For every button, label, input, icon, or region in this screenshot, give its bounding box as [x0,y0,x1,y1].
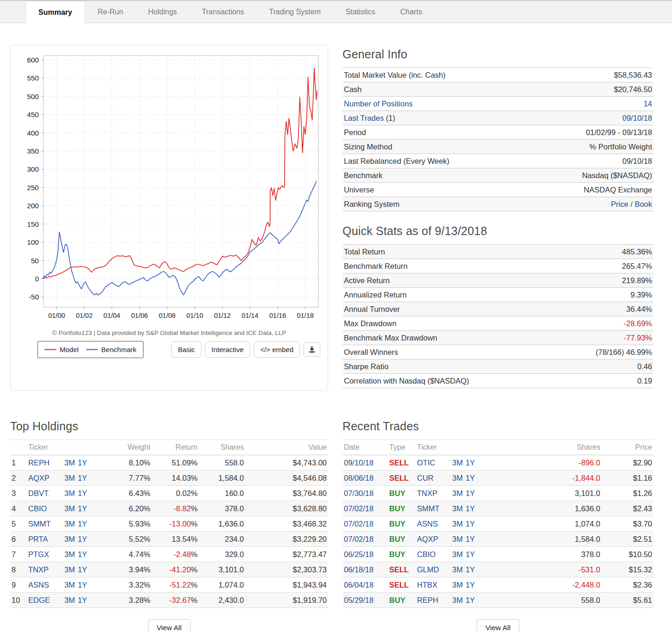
range-3m-link[interactable]: 3M [64,520,75,528]
general-info-value[interactable]: Price / Book [611,199,652,209]
ticker-link[interactable]: PTGX [28,550,49,558]
trade-date-link[interactable]: 07/30/18 [344,489,373,497]
range-3m-link[interactable]: 3M [64,459,75,467]
range-1y-link[interactable]: 1Y [466,504,475,513]
ticker-link[interactable]: REPH [417,596,438,604]
ticker-link[interactable]: PRTA [28,535,48,543]
trade-date-link[interactable]: 09/10/18 [344,459,373,467]
ticker-link[interactable]: HTBX [417,581,437,589]
range-3m-link[interactable]: 3M [452,489,463,497]
range-1y-link[interactable]: 1Y [466,459,475,467]
range-3m-link[interactable]: 3M [64,489,75,497]
table-row: 08/06/18SELLCUR3M1Y-1,844.0$1.16 [342,471,653,486]
tab-transactions[interactable]: Transactions [189,1,256,23]
range-3m-link[interactable]: 3M [452,596,463,604]
range-1y-link[interactable]: 1Y [78,489,87,497]
range-1y-link[interactable]: 1Y [466,565,475,574]
ticker-link[interactable]: OTIC [417,459,435,467]
range-3m-link[interactable]: 3M [64,504,75,513]
holding-shares: 1,584.0 [199,471,245,486]
range-1y-link[interactable]: 1Y [78,581,87,589]
tab-statistics[interactable]: Statistics [333,1,388,23]
range-1y-link[interactable]: 1Y [78,565,87,574]
range-1y-link[interactable]: 1Y [78,520,87,528]
general-info-value[interactable]: 09/10/18 [622,113,652,123]
trade-date-link[interactable]: 06/18/18 [344,565,373,574]
range-1y-link[interactable]: 1Y [78,474,87,482]
general-info-value[interactable]: 14 [644,99,652,108]
ticker-link[interactable]: DBVT [28,489,49,497]
range-3m-link[interactable]: 3M [452,565,463,574]
range-3m-link[interactable]: 3M [64,565,75,574]
tab-re-run[interactable]: Re-Run [85,1,136,23]
trade-shares: -531.0 [497,562,602,577]
range-3m-link[interactable]: 3M [452,474,463,482]
ticker-link[interactable]: ASNS [417,520,438,528]
trade-shares: 378.0 [497,547,602,562]
range-1y-link[interactable]: 1Y [466,581,475,589]
ticker-link[interactable]: CBIO [28,504,47,513]
range-1y-link[interactable]: 1Y [78,459,87,467]
ticker-link[interactable]: SMMT [417,504,440,513]
ticker-link[interactable]: ASNS [28,581,49,589]
range-3m-link[interactable]: 3M [64,550,75,558]
trade-date-link[interactable]: 07/02/18 [344,504,373,513]
ticker-link[interactable]: REPH [28,459,50,467]
ticker-link[interactable]: CUR [417,474,434,482]
range-3m-link[interactable]: 3M [452,504,463,513]
general-info-label-link[interactable]: Number of Positions [344,99,413,108]
trade-date-link[interactable]: 06/25/18 [344,550,373,558]
range-1y-link[interactable]: 1Y [466,550,475,558]
range-3m-link[interactable]: 3M [64,474,75,482]
range-1y-link[interactable]: 1Y [466,535,475,543]
trade-date-link[interactable]: 07/02/18 [344,520,373,528]
trade-date-link[interactable]: 08/06/18 [344,474,373,482]
range-3m-link[interactable]: 3M [452,520,463,528]
range-1y-link[interactable]: 1Y [466,520,475,528]
range-3m-link[interactable]: 3M [64,535,75,543]
range-1y-link[interactable]: 1Y [466,474,475,482]
quick-stats-label: Benchmark Return [344,261,408,271]
trade-date-link[interactable]: 07/02/18 [344,535,373,543]
download-chart-button[interactable] [304,342,320,357]
embed-button[interactable]: </> embed [254,341,300,358]
ticker-link[interactable]: GLMD [417,565,439,574]
ticker-link[interactable]: SMMT [28,520,51,528]
trades-view-all-button[interactable]: View All [477,619,519,632]
range-1y-link[interactable]: 1Y [78,535,87,543]
holdings-view-all-button[interactable]: View All [148,619,191,632]
range-1y-link[interactable]: 1Y [466,596,475,604]
general-info-label-link[interactable]: Last Trades [344,114,384,122]
range-3m-link[interactable]: 3M [64,581,75,589]
range-1y-link[interactable]: 1Y [78,550,87,558]
ticker-link[interactable]: AQXP [417,535,438,543]
interactive-view-button[interactable]: Interactive [205,341,250,358]
basic-view-button[interactable]: Basic [171,341,201,358]
svg-text:01/00: 01/00 [48,312,65,319]
range-3m-link[interactable]: 3M [452,581,463,589]
trade-date-link[interactable]: 06/04/18 [344,581,373,589]
ticker-link[interactable]: TNXP [417,489,437,497]
holding-shares: 378.0 [199,501,245,516]
ticker-link[interactable]: AQXP [28,474,50,482]
tab-trading-system[interactable]: Trading System [256,1,333,23]
range-3m-link[interactable]: 3M [64,596,75,604]
range-1y-link[interactable]: 1Y [466,489,475,497]
range-3m-link[interactable]: 3M [452,550,463,558]
tab-holdings[interactable]: Holdings [136,1,189,23]
range-1y-link[interactable]: 1Y [78,504,87,513]
ticker-link[interactable]: CBIO [417,550,436,558]
trade-date-link[interactable]: 05/29/18 [344,596,373,604]
ticker-link[interactable]: TNXP [28,565,49,574]
range-1y-link[interactable]: 1Y [78,596,87,604]
general-info-row: Last Rebalanced (Every Week)09/10/18 [342,154,653,168]
holding-return: 13.54% [152,532,199,547]
ticker-link[interactable]: EDGE [28,596,50,604]
quick-stats-row: Benchmark Max Drawdown-77.93% [342,331,653,345]
range-3m-link[interactable]: 3M [452,459,463,467]
tab-summary[interactable]: Summary [25,1,85,23]
range-3m-link[interactable]: 3M [452,535,463,543]
tab-charts[interactable]: Charts [388,1,435,23]
holding-shares: 2,430.0 [199,593,245,608]
holding-ticker-cell: SMMT [27,516,63,532]
